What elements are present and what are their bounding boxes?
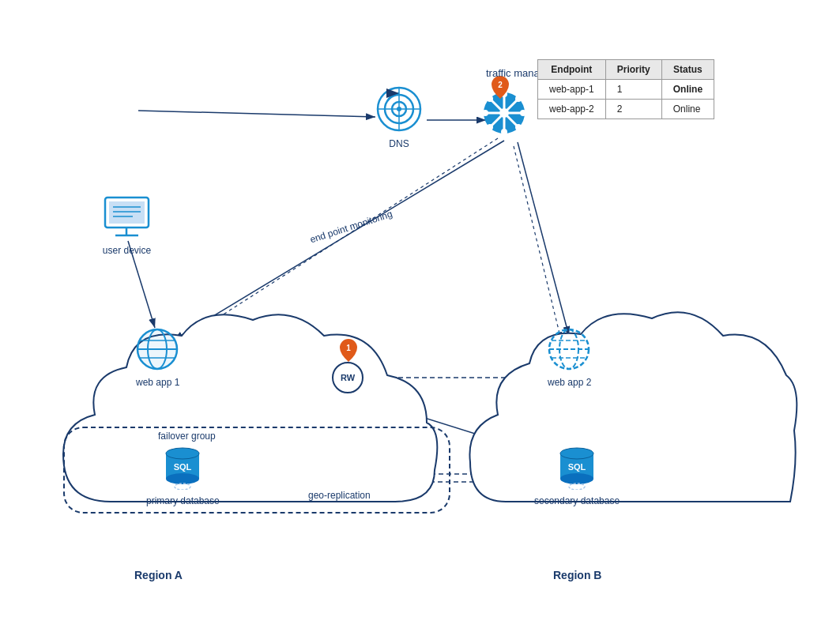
- user-device-label: user device: [101, 245, 153, 256]
- svg-point-33: [515, 96, 522, 102]
- geo-replication-label: geo-replication: [308, 490, 371, 501]
- status-2: Online: [661, 100, 714, 119]
- svg-point-50: [137, 329, 177, 369]
- svg-point-30: [520, 110, 526, 116]
- status-1: Online: [661, 80, 714, 100]
- svg-point-51: [549, 329, 589, 369]
- cloud-region-b-svg: [458, 296, 806, 525]
- svg-text:2: 2: [498, 81, 503, 89]
- badge-1: 1: [338, 338, 359, 367]
- secondary-db-label: secondary database: [534, 495, 620, 506]
- table-row: web-app-1 1 Online: [538, 80, 714, 100]
- web-app-1-label: web app 1: [136, 377, 179, 388]
- svg-text:SQL: SQL: [174, 462, 192, 472]
- svg-line-3: [138, 111, 375, 117]
- svg-point-29: [482, 110, 488, 116]
- web-app-2-icon-block: web app 2: [548, 328, 591, 388]
- failover-group-box: [63, 427, 450, 514]
- web-app-1-icon: [136, 328, 179, 371]
- svg-point-61: [166, 473, 199, 484]
- table-header-endpoint: Endpoint: [538, 60, 606, 80]
- web-app-2-icon: [548, 328, 591, 371]
- dns-icon: [375, 85, 423, 133]
- table-header-status: Status: [661, 60, 714, 80]
- sql-primary-icon-block: SQL primary database: [146, 442, 220, 506]
- table-header-priority: Priority: [605, 60, 661, 80]
- svg-point-67: [560, 473, 593, 484]
- diagram: DNS 2: [0, 0, 840, 632]
- badge-2: 2: [490, 75, 510, 103]
- user-device-icon-block: user device: [101, 196, 153, 256]
- svg-rect-39: [109, 201, 145, 224]
- rw-circle: RW: [332, 362, 363, 393]
- svg-point-35: [499, 108, 509, 118]
- traffic-manager-table: Endpoint Priority Status web-app-1 1 Onl…: [537, 59, 714, 119]
- user-device-icon: [101, 196, 153, 239]
- priority-2: 2: [605, 100, 661, 119]
- cloud-region-b: [458, 296, 806, 525]
- svg-point-52: [559, 329, 578, 369]
- svg-text:SQL: SQL: [568, 462, 586, 472]
- sql-secondary-icon: SQL: [554, 442, 600, 490]
- endpoint-1: web-app-1: [538, 80, 606, 100]
- web-app-2-label: web app 2: [548, 377, 591, 388]
- dns-icon-block: DNS: [375, 85, 423, 149]
- rw-block: 1 RW: [332, 362, 363, 393]
- rw-label: RW: [341, 373, 355, 382]
- svg-point-63: [175, 483, 190, 490]
- failover-group-label: failover group: [158, 431, 216, 442]
- sql-primary-icon: SQL: [160, 442, 205, 490]
- table-row: web-app-2 2 Online: [538, 100, 714, 119]
- priority-1: 1: [605, 80, 661, 100]
- svg-point-69: [569, 483, 585, 490]
- region-a-label: Region A: [134, 569, 183, 581]
- svg-text:1: 1: [346, 344, 351, 352]
- svg-point-32: [515, 124, 522, 130]
- endpoint-monitoring-label: end point monitoring: [308, 209, 394, 246]
- endpoints-table: Endpoint Priority Status web-app-1 1 Onl…: [537, 59, 714, 119]
- dns-label: DNS: [375, 138, 423, 149]
- primary-db-label: primary database: [146, 495, 220, 506]
- web-app-1-icon-block: web app 1: [136, 328, 179, 388]
- endpoint-2: web-app-2: [538, 100, 606, 119]
- svg-point-28: [501, 129, 507, 135]
- svg-point-34: [487, 124, 493, 130]
- region-b-label: Region B: [553, 569, 601, 581]
- sql-secondary-icon-block: SQL secondary database: [534, 442, 620, 506]
